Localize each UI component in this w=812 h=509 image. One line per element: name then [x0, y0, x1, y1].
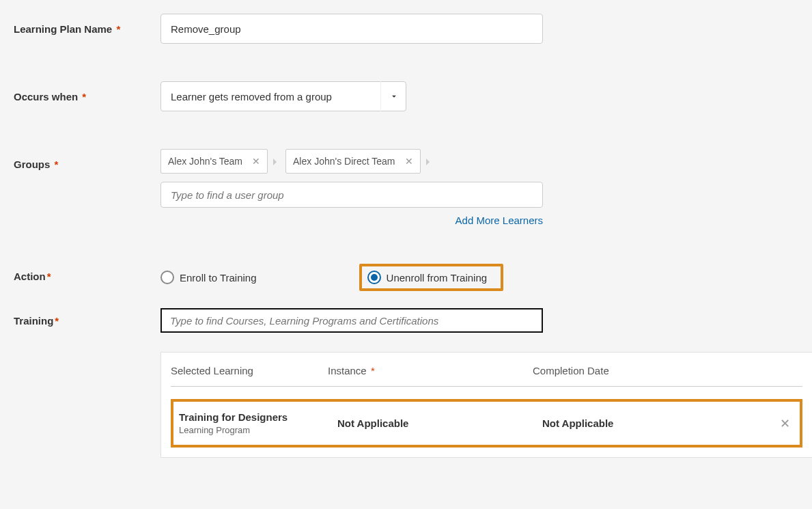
col-completion-date: Completion Date [533, 365, 802, 376]
action-label: Action* [14, 264, 160, 282]
occurs-when-select[interactable]: Learner gets removed from a group [160, 81, 406, 111]
groups-label: Groups * [14, 149, 160, 170]
add-more-learners-link[interactable]: Add More Learners [456, 215, 543, 226]
close-icon[interactable]: ✕ [405, 156, 413, 167]
chip-separator-icon [426, 156, 433, 167]
radio-icon [160, 271, 174, 284]
group-chip[interactable]: Alex John's Direct Team ✕ [285, 149, 420, 174]
group-chip[interactable]: Alex John's Team ✕ [160, 149, 268, 174]
unenroll-from-training-radio[interactable]: Unenroll from Training [367, 271, 488, 284]
groups-search-input[interactable] [160, 182, 543, 208]
remove-row-icon[interactable]: ✕ [776, 416, 794, 431]
group-chip-label: Alex John's Team [168, 156, 242, 167]
learning-plan-name-input[interactable] [160, 14, 543, 44]
radio-label: Unenroll from Training [387, 272, 488, 284]
occurs-when-label: Occurs when * [14, 81, 160, 102]
learning-completion: Not Applicable [542, 417, 776, 429]
learning-title: Training for Designers [179, 411, 337, 423]
selected-learning-table: Selected Learning Instance * Completion … [160, 352, 812, 458]
learning-plan-name-label: Learning Plan Name * [14, 14, 160, 35]
occurs-when-value: Learner gets removed from a group [171, 91, 332, 102]
learning-subtitle: Learning Program [179, 425, 337, 435]
table-header: Selected Learning Instance * Completion … [171, 365, 802, 387]
table-row: Training for Designers Learning Program … [171, 399, 802, 448]
chip-separator-icon [273, 156, 280, 167]
radio-label: Enroll to Training [180, 272, 257, 284]
close-icon[interactable]: ✕ [252, 156, 260, 167]
group-chip-label: Alex John's Direct Team [293, 156, 395, 167]
training-label: Training* [14, 308, 160, 327]
learning-instance: Not Applicable [337, 417, 542, 429]
training-search-input[interactable] [160, 308, 543, 333]
enroll-to-training-radio[interactable]: Enroll to Training [160, 271, 257, 284]
radio-icon [367, 271, 381, 284]
highlight-unenroll: Unenroll from Training [359, 264, 504, 291]
col-selected-learning: Selected Learning [171, 365, 328, 376]
col-instance: Instance * [328, 365, 533, 376]
group-chips: Alex John's Team ✕ Alex John's Direct Te… [160, 149, 429, 174]
